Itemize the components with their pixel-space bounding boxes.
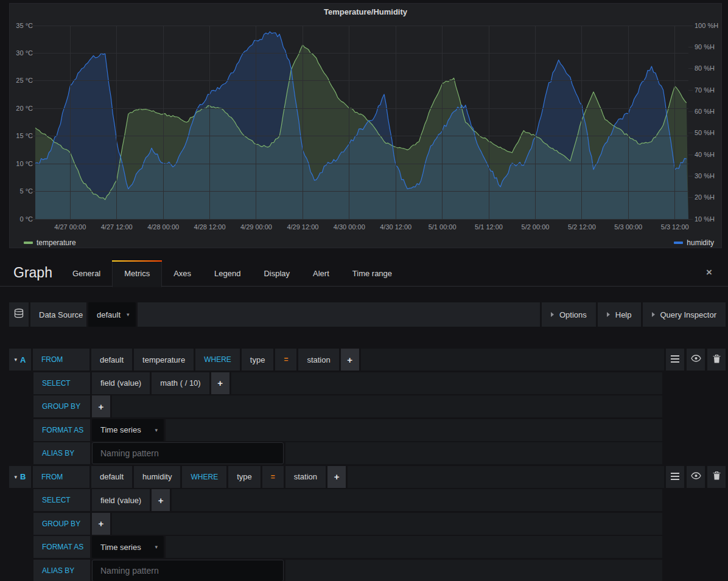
x-tick-label: 5/2 12:00 <box>568 223 596 231</box>
row-filler <box>112 395 662 417</box>
x-tick-label: 4/28 00:00 <box>147 223 179 231</box>
query-menu-button[interactable] <box>666 349 684 371</box>
where-keyword[interactable]: WHERE <box>182 466 226 488</box>
select-part-segment[interactable]: field (value) <box>92 489 150 511</box>
aliasby-keyword[interactable]: ALIAS BY <box>33 560 90 581</box>
query-letter: A <box>20 355 26 364</box>
groupby-keyword[interactable]: GROUP BY <box>33 395 90 417</box>
x-tick-label: 5/2 00:00 <box>522 223 550 231</box>
add-where-button[interactable]: + <box>327 466 346 488</box>
query-toggle-visibility-button[interactable] <box>687 349 705 371</box>
legend-label: temperature <box>37 238 76 247</box>
x-tick-label: 4/27 00:00 <box>54 223 86 231</box>
y-right-tick-label: 20 %H <box>695 193 715 201</box>
add-select-button[interactable]: + <box>152 489 170 511</box>
options-button[interactable]: Options <box>542 302 596 327</box>
format-select[interactable]: Time series ▾ <box>92 536 164 558</box>
add-groupby-button[interactable]: + <box>92 395 110 417</box>
tab-display[interactable]: Display <box>252 260 301 287</box>
add-groupby-button[interactable]: + <box>92 513 110 535</box>
policy-segment[interactable]: default <box>91 466 132 488</box>
editor-title: Graph <box>13 265 52 281</box>
query-letter: B <box>20 472 26 481</box>
where-operator-segment[interactable]: = <box>262 466 284 488</box>
where-value-segment[interactable]: station <box>298 349 338 371</box>
query-delete-button[interactable] <box>707 349 726 371</box>
tab-metrics[interactable]: Metrics <box>112 260 162 287</box>
x-tick-label: 5/3 00:00 <box>614 223 642 231</box>
datasource-row-filler <box>138 302 540 327</box>
query-b-format-row: FORMAT AS Time series ▾ <box>9 536 726 558</box>
aliasby-keyword[interactable]: ALIAS BY <box>33 442 90 464</box>
query-inspector-button[interactable]: Query Inspector <box>643 302 726 327</box>
datasource-row: Data Source default ▾ OptionsHelpQuery I… <box>9 302 726 327</box>
tab-time-range[interactable]: Time range <box>341 260 404 287</box>
alias-input[interactable] <box>92 560 284 581</box>
select-keyword[interactable]: SELECT <box>33 489 90 511</box>
where-field-segment[interactable]: type <box>228 466 261 488</box>
add-where-button[interactable]: + <box>341 349 359 371</box>
hamburger-icon <box>671 354 679 365</box>
select-part-segment[interactable]: field (value) <box>92 372 150 394</box>
panel-title: Temperature/Humidity <box>10 7 721 16</box>
where-operator-segment[interactable]: = <box>275 349 296 371</box>
tab-general[interactable]: General <box>61 260 112 287</box>
row-filler <box>166 419 662 441</box>
button-label: Help <box>615 310 632 319</box>
from-keyword[interactable]: FROM <box>33 466 89 488</box>
y-right-tick-label: 30 %H <box>695 172 715 179</box>
query-toggle-visibility-button[interactable] <box>687 466 705 488</box>
alias-input[interactable] <box>92 442 284 464</box>
query-a-collapse[interactable]: ▾ A <box>9 349 31 371</box>
where-value-segment[interactable]: station <box>285 466 326 488</box>
query-a-from-row: ▾ A FROM default temperature WHERE type … <box>9 349 726 371</box>
help-button[interactable]: Help <box>598 302 641 327</box>
query-editor: Data Source default ▾ OptionsHelpQuery I… <box>9 302 726 581</box>
from-keyword[interactable]: FROM <box>33 349 89 371</box>
query-menu-button[interactable] <box>666 466 684 488</box>
x-tick-label: 4/30 12:00 <box>380 223 411 231</box>
tab-legend[interactable]: Legend <box>203 260 252 287</box>
y-left-tick-label: 25 °C <box>10 77 33 84</box>
x-tick-label: 4/28 12:00 <box>194 223 226 231</box>
formatas-keyword[interactable]: FORMAT AS <box>33 419 90 441</box>
query-b-collapse[interactable]: ▾ B <box>9 466 31 488</box>
legend-swatch-icon <box>24 242 33 244</box>
plot-area[interactable] <box>35 26 688 219</box>
tab-axes[interactable]: Axes <box>162 260 203 287</box>
close-icon[interactable]: × <box>706 266 712 279</box>
database-icon <box>13 308 24 321</box>
x-tick-label: 5/1 12:00 <box>475 223 503 231</box>
formatas-keyword[interactable]: FORMAT AS <box>33 536 90 558</box>
measurement-segment[interactable]: temperature <box>134 349 194 371</box>
legend-item-temperature[interactable]: temperature <box>24 238 76 247</box>
add-select-button[interactable]: + <box>211 372 229 394</box>
policy-segment[interactable]: default <box>91 349 132 371</box>
y-left-tick-label: 35 °C <box>10 22 33 29</box>
y-right-tick-label: 100 %H <box>695 22 718 29</box>
select-keyword[interactable]: SELECT <box>33 372 90 394</box>
query-a-alias-row: ALIAS BY <box>9 442 726 464</box>
query-a-select-row: SELECT field (value)math ( / 10) + <box>9 372 726 394</box>
legend-item-humidity[interactable]: humidity <box>674 238 714 247</box>
format-select[interactable]: Time series ▾ <box>92 419 164 441</box>
query-a-groupby-row: GROUP BY + <box>9 395 726 417</box>
y-right-tick-label: 50 %H <box>695 129 715 136</box>
where-field-segment[interactable]: type <box>242 349 274 371</box>
datasource-select[interactable]: default ▾ <box>88 302 136 327</box>
collapse-caret-icon: ▾ <box>15 357 18 363</box>
y-right-tick-label: 90 %H <box>695 43 715 50</box>
editor-tabbar: Graph GeneralMetricsAxesLegendDisplayAle… <box>0 260 728 287</box>
row-filler <box>285 442 662 464</box>
measurement-segment[interactable]: humidity <box>134 466 180 488</box>
groupby-keyword[interactable]: GROUP BY <box>33 513 90 535</box>
select-part-segment[interactable]: math ( / 10) <box>152 372 209 394</box>
query-a-format-row: FORMAT AS Time series ▾ <box>9 419 726 441</box>
button-label: Options <box>559 310 587 319</box>
x-tick-label: 5/3 12:00 <box>661 223 689 231</box>
collapse-caret-icon: ▾ <box>15 474 18 480</box>
query-b-groupby-row: GROUP BY + <box>9 513 726 535</box>
where-keyword[interactable]: WHERE <box>195 349 240 371</box>
tab-alert[interactable]: Alert <box>301 260 341 287</box>
query-delete-button[interactable] <box>707 466 726 488</box>
